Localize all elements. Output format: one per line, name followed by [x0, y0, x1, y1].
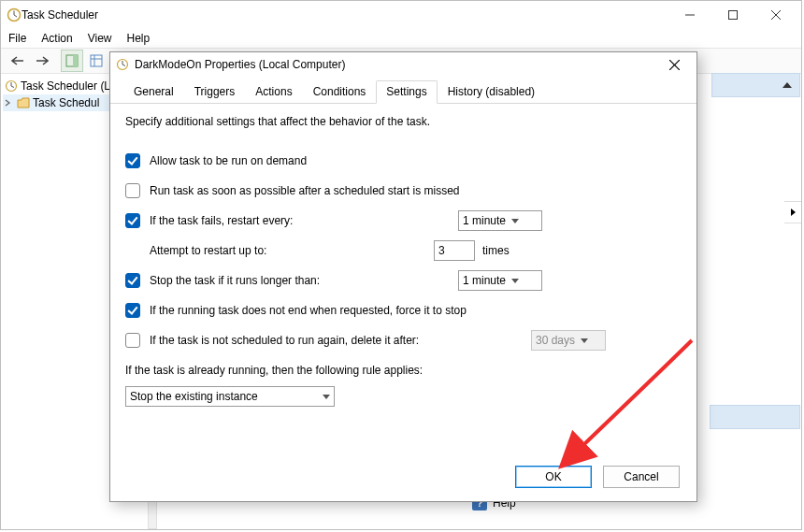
- label-already-running: If the task is already running, then the…: [125, 364, 682, 377]
- dropdown-restart-interval-value: 1 minute: [463, 214, 506, 227]
- actions-pane-scroll[interactable]: [784, 201, 801, 223]
- window-titlebar: Task Scheduler: [1, 1, 801, 29]
- checkbox-stop-if-longer[interactable]: [125, 273, 140, 288]
- label-allow-on-demand: Allow task to be run on demand: [150, 154, 307, 167]
- tab-triggers[interactable]: Triggers: [184, 80, 246, 103]
- toolbar-action-pane-button[interactable]: [61, 50, 83, 72]
- option-stop-if-longer: Stop the task if it runs longer than: 1 …: [125, 270, 682, 291]
- svg-rect-9: [91, 55, 102, 66]
- triangle-right-icon: [791, 208, 796, 216]
- tab-history[interactable]: History (disabled): [438, 80, 545, 103]
- tab-general[interactable]: General: [123, 80, 184, 103]
- dropdown-running-rule-value: Stop the existing instance: [130, 390, 317, 403]
- dialog-close-button[interactable]: [655, 53, 693, 76]
- dialog-title: DarkModeOn Properties (Local Computer): [135, 58, 345, 71]
- option-restart-if-fail: If the task fails, restart every: 1 minu…: [125, 210, 682, 231]
- label-restart-if-fail: If the task fails, restart every:: [150, 214, 449, 227]
- window-minimize-button[interactable]: [668, 2, 711, 28]
- actions-pane-header: [711, 73, 800, 97]
- settings-intro-text: Specify additional settings that affect …: [125, 115, 682, 128]
- label-attempt: Attempt to restart up to:: [150, 244, 424, 257]
- svg-rect-8: [73, 55, 78, 66]
- dropdown-restart-interval[interactable]: 1 minute: [458, 210, 542, 231]
- task-scheduler-small-icon: [5, 79, 18, 93]
- toolbar-columns-button[interactable]: [85, 50, 108, 72]
- dialog-tabs: General Triggers Actions Conditions Sett…: [110, 77, 696, 104]
- task-scheduler-app-icon: [7, 7, 22, 22]
- window-maximize-button[interactable]: [711, 2, 754, 28]
- label-delete-after: If the task is not scheduled to run agai…: [150, 334, 522, 347]
- input-attempt-count[interactable]: [434, 240, 475, 261]
- window-close-button[interactable]: [754, 2, 797, 28]
- svg-line-19: [122, 65, 125, 66]
- svg-rect-4: [729, 11, 738, 20]
- dialog-settings-panel: Specify additional settings that affect …: [110, 104, 696, 416]
- dropdown-delete-after-value: 30 days: [536, 334, 575, 347]
- option-delete-after: If the task is not scheduled to run agai…: [125, 330, 682, 351]
- label-force-stop: If the running task does not end when re…: [150, 304, 467, 317]
- folder-icon: [17, 97, 30, 108]
- window-title: Task Scheduler: [22, 8, 98, 22]
- option-run-asap: Run task as soon as possible after a sch…: [125, 180, 682, 201]
- task-scheduler-small-icon: [116, 58, 129, 71]
- dropdown-stop-after[interactable]: 1 minute: [458, 270, 542, 291]
- label-run-asap: Run task as soon as possible after a sch…: [150, 184, 460, 197]
- cancel-button[interactable]: Cancel: [603, 466, 680, 488]
- menu-file[interactable]: File: [8, 32, 26, 45]
- checkbox-restart-if-fail[interactable]: [125, 213, 140, 228]
- svg-line-2: [14, 15, 17, 17]
- chevron-down-icon: [511, 219, 519, 223]
- chevron-down-icon: [323, 395, 330, 399]
- dropdown-stop-after-value: 1 minute: [463, 274, 506, 287]
- option-allow-on-demand: Allow task to be run on demand: [125, 151, 682, 171]
- tree-child-label: Task Schedul: [33, 96, 99, 109]
- toolbar-back-button[interactable]: [7, 50, 29, 72]
- option-attempt-count: Attempt to restart up to: times: [125, 240, 682, 261]
- tab-settings[interactable]: Settings: [376, 80, 437, 104]
- chevron-down-icon: [581, 338, 588, 343]
- dropdown-delete-after: 30 days: [531, 330, 606, 351]
- checkbox-delete-after[interactable]: [125, 333, 140, 348]
- toolbar-forward-button[interactable]: [31, 50, 53, 72]
- actions-pane-section-header: [710, 405, 800, 429]
- tree-root-label: Task Scheduler (L: [21, 79, 110, 93]
- task-scheduler-window: Task Scheduler File Action View Help ?: [0, 0, 802, 530]
- menu-action[interactable]: Action: [41, 32, 72, 45]
- ok-button[interactable]: OK: [515, 466, 592, 488]
- label-attempt-suffix: times: [482, 244, 510, 257]
- option-force-stop: If the running task does not end when re…: [125, 300, 682, 321]
- tab-conditions[interactable]: Conditions: [303, 80, 377, 103]
- menu-view[interactable]: View: [88, 32, 112, 45]
- checkbox-force-stop[interactable]: [125, 303, 140, 318]
- collapse-caret-icon[interactable]: [5, 99, 14, 107]
- dropdown-running-rule[interactable]: Stop the existing instance: [125, 386, 335, 407]
- dialog-titlebar: DarkModeOn Properties (Local Computer): [110, 52, 696, 77]
- tab-actions[interactable]: Actions: [245, 80, 302, 103]
- actions-pane-collapse[interactable]: [711, 73, 800, 97]
- menubar: File Action View Help: [1, 29, 801, 48]
- triangle-up-icon: [782, 82, 792, 88]
- menu-help[interactable]: Help: [127, 32, 151, 45]
- checkbox-run-asap[interactable]: [125, 183, 140, 198]
- window-controls: [668, 2, 797, 28]
- chevron-down-icon: [511, 279, 519, 283]
- checkbox-allow-on-demand[interactable]: [125, 153, 140, 168]
- dialog-button-bar: OK Cancel: [515, 466, 680, 488]
- svg-line-16: [11, 86, 14, 88]
- task-properties-dialog: DarkModeOn Properties (Local Computer) G…: [109, 51, 697, 502]
- label-stop-if-longer: Stop the task if it runs longer than:: [150, 274, 449, 287]
- splitter-handle[interactable]: [148, 501, 157, 529]
